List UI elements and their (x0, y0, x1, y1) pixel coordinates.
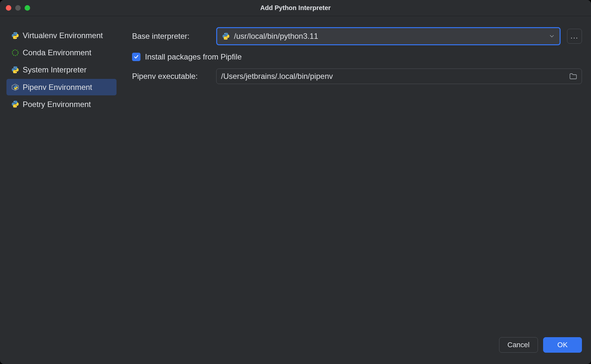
install-packages-label: Install packages from Pipfile (145, 52, 242, 61)
sidebar-item-conda[interactable]: Conda Environment (6, 44, 117, 61)
dialog-window: Add Python Interpreter Virtualenv Enviro… (0, 0, 591, 364)
sidebar-item-label: System Interpreter (23, 65, 86, 75)
cancel-button[interactable]: Cancel (499, 337, 538, 353)
svg-point-1 (16, 38, 17, 38)
pipenv-executable-label: Pipenv executable: (132, 72, 210, 81)
sidebar-item-label: Poetry Environment (23, 99, 91, 109)
pipenv-executable-row: Pipenv executable: (132, 69, 582, 84)
svg-point-3 (14, 67, 14, 68)
svg-point-8 (227, 38, 228, 39)
install-packages-checkbox[interactable] (132, 53, 140, 61)
install-packages-row: Install packages from Pipfile (132, 52, 582, 61)
svg-point-2 (12, 50, 18, 56)
svg-point-7 (224, 33, 225, 34)
dialog-footer: Cancel OK (0, 335, 591, 364)
pipenv-executable-input[interactable] (221, 72, 565, 81)
base-interpreter-label: Base interpreter: (132, 32, 210, 41)
sidebar-item-system[interactable]: System Interpreter (6, 61, 117, 78)
folder-icon[interactable] (569, 73, 577, 80)
dialog-content: Virtualenv Environment Conda Environment… (0, 16, 591, 335)
sidebar-item-label: Virtualenv Environment (23, 30, 103, 40)
python-icon (222, 32, 230, 40)
pipenv-executable-field-wrapper (216, 69, 582, 84)
python-icon (11, 66, 19, 74)
close-window-button[interactable] (6, 5, 11, 11)
sidebar-item-label: Conda Environment (23, 48, 91, 58)
ok-button[interactable]: OK (543, 337, 582, 353)
dialog-title: Add Python Interpreter (0, 4, 591, 12)
maximize-window-button[interactable] (25, 5, 30, 11)
base-interpreter-row: Base interpreter: /usr/local/bin/python3… (132, 27, 582, 45)
dialog-body: Virtualenv Environment Conda Environment… (0, 16, 591, 364)
ok-button-label: OK (557, 341, 568, 349)
checkmark-icon (133, 54, 139, 60)
chevron-down-icon (549, 33, 555, 39)
sidebar-item-label: Pipenv Environment (23, 82, 92, 92)
svg-point-0 (14, 32, 14, 33)
cancel-button-label: Cancel (507, 341, 530, 349)
traffic-lights (6, 5, 30, 11)
title-bar: Add Python Interpreter (0, 0, 591, 16)
base-interpreter-value: /usr/local/bin/python3.11 (234, 32, 545, 41)
main-panel: Base interpreter: /usr/local/bin/python3… (123, 23, 591, 335)
svg-point-4 (16, 72, 17, 73)
python-icon (11, 100, 19, 108)
sidebar-item-poetry[interactable]: Poetry Environment (6, 96, 117, 112)
sidebar-item-virtualenv[interactable]: Virtualenv Environment (6, 27, 117, 44)
ellipsis-icon: ... (571, 32, 578, 40)
conda-icon (11, 48, 19, 57)
svg-point-5 (14, 101, 14, 102)
sidebar: Virtualenv Environment Conda Environment… (0, 23, 123, 335)
browse-interpreter-button[interactable]: ... (567, 29, 582, 44)
python-icon (11, 31, 19, 40)
sidebar-item-pipenv[interactable]: Pipenv Environment (6, 79, 117, 95)
pipenv-icon (11, 83, 19, 91)
svg-point-6 (16, 106, 17, 107)
minimize-window-button[interactable] (15, 5, 21, 11)
base-interpreter-dropdown[interactable]: /usr/local/bin/python3.11 (216, 27, 561, 45)
